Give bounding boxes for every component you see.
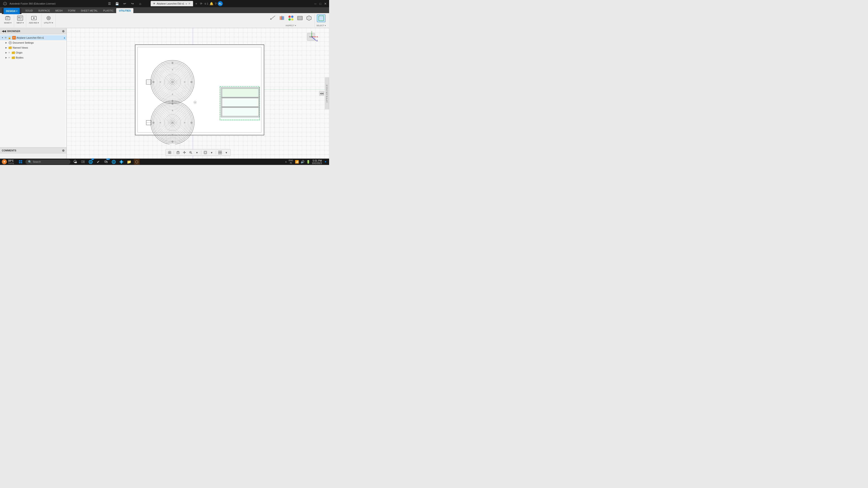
svg-rect-9 <box>18 19 20 20</box>
bodies-eye-icon[interactable]: 👁 <box>8 57 10 59</box>
camera-tool-button[interactable] <box>167 150 172 155</box>
tab-close-icon[interactable]: ✕ <box>188 2 191 5</box>
tab-mesh[interactable]: MESH <box>53 8 65 13</box>
edge-taskbar-icon[interactable]: 🌐 <box>111 159 117 165</box>
tree-item-bodies[interactable]: ▶ 👁 Bodies <box>0 55 66 60</box>
tab-surface[interactable]: SURFACE <box>35 8 53 13</box>
make-button[interactable]: MAKE ▾ <box>3 14 12 24</box>
weather-widget[interactable]: ☀ 33°C Sunny <box>2 159 14 164</box>
start-button[interactable] <box>18 159 24 165</box>
fusion-taskbar-icon[interactable]: ⬡ <box>134 159 140 165</box>
pan-tool-button[interactable] <box>182 150 187 155</box>
inspect-section2-button[interactable] <box>296 14 304 22</box>
app-logo-icon[interactable]: A <box>2 0 8 7</box>
maximize-button[interactable]: □ <box>318 2 322 6</box>
select-button[interactable] <box>317 14 326 22</box>
user-avatar[interactable]: AL <box>218 1 223 6</box>
browser-title: BROWSER <box>7 30 20 33</box>
inspect-appearance-icon <box>288 15 294 21</box>
root-bullet-icon[interactable]: ● <box>64 37 65 39</box>
display-mode-dropdown-button[interactable]: ▾ <box>209 150 214 155</box>
tree-item-named-views[interactable]: ▶ Named Views <box>0 45 66 50</box>
comments-add-icon[interactable]: ⊕ <box>62 149 65 152</box>
svg-point-13 <box>48 18 49 19</box>
undo-icon[interactable]: ↩ <box>122 0 128 7</box>
new-tab-icon[interactable]: + <box>194 2 198 5</box>
svg-rect-7 <box>20 17 22 18</box>
task-view-button[interactable] <box>80 159 86 165</box>
inspect-measure-button[interactable] <box>269 14 277 22</box>
tree-item-origin[interactable]: ▶ 👁 Origin <box>0 50 66 55</box>
taskbar-search[interactable]: 🔍 Search <box>25 160 70 164</box>
root-expand-arrow[interactable]: ▼ <box>1 36 4 39</box>
redo-icon[interactable]: ↪ <box>129 0 135 7</box>
right-panel-collapse[interactable]: ◀◀ <box>319 91 324 96</box>
edge2-taskbar-icon[interactable]: 💠 <box>119 159 124 165</box>
svg-rect-15 <box>282 16 284 20</box>
tree-item-root[interactable]: ▼ 👁 🔒 F Airplane Launcher.f3d v1 ● <box>0 35 66 40</box>
inspect-appearance-button[interactable] <box>287 14 295 22</box>
root-lock-icon[interactable]: 🔒 <box>8 36 11 39</box>
tab-utilities[interactable]: UTILITIES <box>116 8 133 13</box>
network-icon[interactable]: 📶 <box>295 160 299 164</box>
addins-button[interactable]: ADD-INS ▾ <box>28 14 40 24</box>
speaker-icon[interactable]: 🔊 <box>301 160 305 164</box>
comments-header: COMMENTS ⊕ <box>0 148 66 153</box>
save-icon[interactable]: 💾 <box>114 0 120 7</box>
svg-rect-2 <box>5 17 10 20</box>
tree-item-doc-settings[interactable]: ▶ Document Settings <box>0 40 66 45</box>
root-eye-icon[interactable]: 👁 <box>4 36 7 39</box>
hamburger-menu-icon[interactable]: ☰ <box>106 0 113 7</box>
store-taskbar-icon[interactable]: 🛍 99+ <box>103 159 109 165</box>
tab-solid[interactable]: SOLID <box>23 8 35 13</box>
design-dropdown-button[interactable]: DESIGN ▾ <box>4 8 20 14</box>
tab-sheet-metal[interactable]: SHEET METAL <box>78 8 100 13</box>
view-options-button[interactable] <box>217 150 223 155</box>
svg-rect-113 <box>204 152 206 153</box>
svg-text:Z: Z <box>316 39 318 42</box>
refresh-icon[interactable]: ⟳ <box>199 2 203 5</box>
canvas-area[interactable]: X Y Z TOP ◀◀ APPEARANCE <box>67 28 329 159</box>
chrome-taskbar-icon[interactable]: 🌐 2 <box>88 159 94 165</box>
tab-form[interactable]: FORM <box>65 8 78 13</box>
appearance-sidebar-label[interactable]: APPEARANCE <box>325 77 329 109</box>
browser-settings-icon[interactable]: ⊕ <box>62 29 65 33</box>
zoom-dropdown-button[interactable]: ▾ <box>194 150 199 155</box>
display-mode-button[interactable] <box>203 150 208 155</box>
nest-icon <box>17 15 23 21</box>
capture-tool-button[interactable] <box>175 150 181 155</box>
doc-settings-expand[interactable]: ▶ <box>4 41 8 44</box>
home-icon[interactable]: ⌂ <box>137 0 143 7</box>
zoom-tool-button[interactable] <box>188 150 193 155</box>
comments-panel: COMMENTS ⊕ <box>0 147 66 159</box>
widgets-button[interactable]: 🌤 <box>72 159 78 165</box>
minimize-button[interactable]: ─ <box>313 2 317 6</box>
select-group-label: SELECT ▾ <box>316 24 326 27</box>
language-indicator[interactable]: ENG IN <box>289 159 293 164</box>
battery-icon[interactable]: 🔋 <box>306 160 310 164</box>
origin-eye-icon[interactable]: 👁 <box>8 52 10 54</box>
tab-plastic[interactable]: PLASTIC <box>101 8 116 13</box>
nest-button[interactable]: NEST ▾ <box>16 14 25 24</box>
bottom-toolbar: ▾ ▾ ▾ <box>165 149 230 156</box>
weather-info: 33°C Sunny <box>8 159 14 164</box>
svg-rect-124 <box>83 162 85 163</box>
tick-app-icon[interactable]: ✔ <box>95 159 101 165</box>
notification-dot[interactable] <box>324 160 327 164</box>
bodies-expand[interactable]: ▶ <box>4 56 8 59</box>
browser-collapse-icon[interactable]: ◀◀ <box>2 30 6 33</box>
named-views-expand[interactable]: ▶ <box>4 46 8 49</box>
view-options-dropdown-button[interactable]: ▾ <box>223 150 229 155</box>
inspect-3d-button[interactable] <box>305 14 313 22</box>
utility-button[interactable]: UTILITY ▾ <box>43 14 54 24</box>
origin-expand[interactable]: ▶ <box>4 51 8 54</box>
origin-label: Origin <box>16 51 65 54</box>
tray-chevron[interactable]: ∧ <box>285 160 287 163</box>
help-icon[interactable]: ? <box>215 2 216 5</box>
notification-icon[interactable]: 🔔 <box>210 2 213 5</box>
inspect-section-button[interactable] <box>278 14 286 22</box>
files-taskbar-icon[interactable]: 📁 <box>126 159 132 165</box>
clock[interactable]: 5:01 PM 10/2/2023 <box>312 159 322 164</box>
close-button[interactable]: ✕ <box>323 2 327 6</box>
addins-group: ADD-INS ▾ <box>27 14 41 27</box>
